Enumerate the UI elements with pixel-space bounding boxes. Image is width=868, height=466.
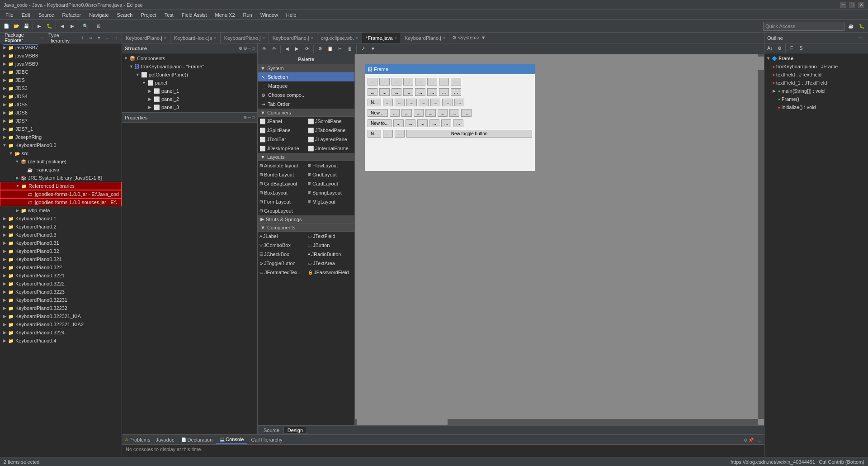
design-canvas-area[interactable]: 🖼 Frame ... ... ... ... (355, 54, 764, 425)
tree-item-33[interactable]: ▶📁KeyboardPiano0.322321_KIA (0, 312, 122, 320)
palette-toolbar-btn-6[interactable]: ⚙ (316, 44, 325, 53)
menu-navigate[interactable]: Navigate (85, 11, 112, 19)
palette-toolbar-btn-9[interactable]: 🗑 (345, 44, 354, 53)
palette-item-selection[interactable]: ↖ Selection (258, 72, 354, 81)
tab-type-hierarchy[interactable]: Type Hierarchy (47, 32, 77, 44)
tree-item-32[interactable]: ▶📁KeyboardPiano0.32232 (0, 304, 122, 312)
frame-btn-r1-7[interactable]: ... (439, 78, 449, 86)
tab-keyboardpiano-1[interactable]: KeyboardPiano.j × (122, 33, 170, 43)
close-tab-7[interactable]: × (443, 36, 445, 40)
frame-btn-r4-7[interactable]: ... (449, 109, 459, 117)
palette-toolbar-btn-5[interactable]: ⟳ (302, 44, 311, 53)
palette-jcheckbox[interactable]: ☑JCheckBox (258, 250, 306, 259)
editor-toolbar-btns[interactable]: ⚙ <system> ▼ (450, 35, 488, 41)
palette-jlayeredpane[interactable]: ⬜JLayeredPane (306, 135, 354, 144)
palette-section-containers[interactable]: ▼ Containers (258, 109, 354, 117)
struct-panel3[interactable]: ▶ ⬜ panel_3 (123, 103, 256, 111)
tree-item-2[interactable]: ▶📁javaMSB9 (0, 60, 122, 68)
tab-package-explorer[interactable]: Package Explorer (3, 31, 38, 45)
menu-run[interactable]: Run (240, 11, 256, 19)
tree-item-14[interactable]: ▼📦(default package) (0, 157, 122, 166)
tab-keyboardhook[interactable]: KeyboardHook.ja × (170, 33, 221, 43)
palette-boxlayout[interactable]: ⊞BoxLayout (258, 188, 306, 197)
palette-jformattedtext[interactable]: ▭JFormattedTex... (258, 268, 306, 277)
frame-btn-r1-2[interactable]: ... (379, 78, 389, 86)
frame-btn-r3-7[interactable]: ... (442, 99, 452, 106)
tab-org-eclipse[interactable]: org.eclipse.wb. × (317, 33, 363, 43)
tree-item-20[interactable]: ▶📁wbp-meta (0, 206, 122, 214)
frame-btn-r6-3[interactable]: ... (395, 130, 405, 138)
menu-edit[interactable]: Edit (18, 11, 34, 19)
frame-btn-r2-2[interactable]: ... (379, 88, 389, 96)
frame-btn-r3-3[interactable]: ... (395, 99, 405, 106)
menu-field-assist[interactable]: Field Assist (178, 11, 211, 19)
close-tab-5[interactable]: × (356, 36, 358, 40)
toolbar-forward[interactable]: ▶ (68, 22, 77, 31)
palette-jtextarea[interactable]: ▭JTextArea (306, 259, 354, 268)
palette-jbutton[interactable]: ⬚JButton (306, 241, 354, 250)
tree-item-24[interactable]: ▶📁KeyboardPiano0.31 (0, 239, 122, 247)
quick-access-input[interactable]: Quick Access (763, 22, 844, 31)
frame-btn-r1-3[interactable]: ... (392, 78, 401, 86)
struct-components[interactable]: ▼ 📦 Components (123, 54, 256, 62)
frame-btn-r2-6[interactable]: ... (427, 88, 437, 96)
struct-panel2[interactable]: ▶ ⬜ panel_2 (123, 95, 256, 103)
frame-toggle-button[interactable]: New toggle button (406, 130, 532, 138)
tree-item-7[interactable]: ▶📁JDS5 (0, 100, 122, 109)
palette-item-choose-compo[interactable]: ⚙ Choose compo... (258, 90, 354, 100)
tree-item-6[interactable]: ▶📁JDS4 (0, 92, 122, 100)
frame-btn-r3-8[interactable]: ... (454, 99, 464, 106)
palette-toolbar-btn-10[interactable]: ↗ (359, 44, 368, 53)
palette-jcombobox[interactable]: ▽JComboBox (258, 241, 306, 250)
palette-miglayout[interactable]: ⊞MigLayout (306, 197, 354, 206)
bottom-tab-javadoc[interactable]: Javadoc (152, 436, 178, 443)
tree-item-35[interactable]: ▶📁KeyboardPiano0.3224 (0, 328, 122, 337)
frame-btn-r3-4[interactable]: ... (406, 99, 416, 106)
tree-item-1[interactable]: ▶📁javaMSB8 (0, 52, 122, 60)
frame-btn-r4-1[interactable]: New ... (368, 109, 388, 117)
frame-btn-r1-6[interactable]: ... (427, 78, 437, 86)
close-button[interactable]: ✕ (858, 2, 864, 8)
props-maximize[interactable]: □ (252, 115, 255, 120)
frame-btn-r1-1[interactable]: ... (368, 78, 377, 86)
structure-maximize[interactable]: □ (252, 46, 255, 51)
tree-item-31[interactable]: ▶📁KeyboardPiano0.32231 (0, 296, 122, 304)
outline-maximize-btn[interactable]: □ (863, 35, 865, 40)
frame-btn-r6-2[interactable]: ... (383, 130, 393, 138)
palette-jinternalframe[interactable]: ⬜JInternalFrame (306, 144, 354, 153)
tree-item-3[interactable]: ▶📁JDBC (0, 68, 122, 76)
frame-btn-r5-2[interactable]: ... (393, 119, 403, 127)
tree-item-15[interactable]: ☕Frame.java (0, 166, 122, 174)
maximize-button[interactable]: □ (849, 2, 855, 8)
frame-btn-r3-2[interactable]: ... (383, 99, 393, 106)
collapse-all-btn[interactable]: ⤓ (79, 34, 86, 42)
palette-toolbar-btn-3[interactable]: ◀ (283, 44, 292, 53)
tree-item-18[interactable]: 🗃jgoodies-forms-1.8.0.jar - E:\Java_cod (0, 190, 122, 198)
outline-filter-btn[interactable]: ⚙ (775, 44, 784, 53)
frame-btn-r3-5[interactable]: ... (419, 99, 429, 106)
palette-jradiobutton[interactable]: ●JRadioButton (306, 250, 354, 259)
palette-jtogglebutton[interactable]: ⊙JToggleButton (258, 259, 306, 268)
outline-item-textfield1[interactable]: ■ textField_1 : JTextField (765, 79, 867, 87)
palette-gridbaglayout[interactable]: ⊞GridBagLayout (258, 179, 306, 188)
tree-item-27[interactable]: ▶📁KeyboardPiano0.322 (0, 263, 122, 271)
frame-btn-r2-8[interactable]: ... (451, 88, 461, 96)
package-explorer-tree[interactable]: ▶📁javaMSB7▶📁javaMSB8▶📁javaMSB9▶📁JDBC▶📁JD… (0, 43, 122, 466)
palette-jsplitpane[interactable]: ⬜JSplitPane (258, 126, 306, 135)
tab-keyboardpiano-4[interactable]: KeyboardPiano.j × (401, 33, 449, 43)
frame-btn-r4-5[interactable]: ... (425, 109, 435, 117)
struct-panel1[interactable]: ▶ ⬜ panel_1 (123, 87, 256, 95)
palette-jlabel[interactable]: AJLabel (258, 232, 306, 241)
minimize-button[interactable]: ─ (840, 2, 846, 8)
menu-test[interactable]: Test (161, 11, 177, 19)
tree-item-29[interactable]: ▶📁KeyboardPiano0.3222 (0, 280, 122, 288)
bottom-tab-declaration[interactable]: 📄 Declaration (178, 436, 216, 443)
frame-btn-r1-8[interactable]: ... (451, 78, 461, 86)
link-editor-btn[interactable]: ⇔ (87, 34, 94, 42)
tree-item-11[interactable]: ▶📁JosephRing (0, 133, 122, 141)
toolbar-perspective-debug[interactable]: 🐛 (857, 22, 866, 31)
palette-grouplayout[interactable]: ⊞GroupLayout (258, 206, 306, 215)
frame-btn-r4-4[interactable]: ... (414, 109, 424, 117)
frame-btn-r1-5[interactable]: ... (415, 78, 425, 86)
outline-item-main[interactable]: ▶ ● main(String[]) : void (765, 87, 867, 95)
